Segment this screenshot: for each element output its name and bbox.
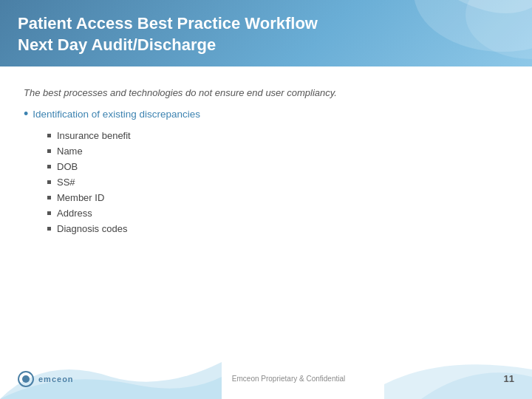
- main-bullet-text: Identification of existing discrepancies: [33, 109, 200, 120]
- sub-bullets-list: Insurance benefitNameDOBSS#Member IDAddr…: [47, 128, 508, 236]
- sub-bullet-text: Diagnosis codes: [57, 223, 127, 234]
- subtitle: The best processes and technologies do n…: [24, 87, 508, 98]
- sub-bullet-marker: [47, 180, 51, 184]
- list-item: Name: [47, 143, 508, 159]
- main-bullet: • Identification of existing discrepanci…: [24, 109, 508, 120]
- sub-bullet-marker: [47, 134, 51, 137]
- sub-bullet-text: SS#: [57, 177, 75, 188]
- list-item: Diagnosis codes: [47, 221, 508, 236]
- page-number: 11: [504, 373, 514, 384]
- header-bar: Patient Access Best Practice Workflow Ne…: [0, 0, 532, 66]
- sub-bullet-marker: [47, 196, 51, 200]
- sub-bullet-marker: [47, 149, 51, 153]
- footer-logo: emceon: [18, 371, 74, 387]
- logo-icon: [18, 371, 34, 387]
- sub-bullet-marker: [47, 165, 51, 168]
- sub-bullet-text: Member ID: [57, 192, 104, 203]
- footer: emceon Emceon Proprietary & Confidential…: [0, 358, 532, 399]
- sub-bullet-text: Name: [57, 146, 83, 157]
- sub-bullet-marker: [47, 227, 51, 231]
- sub-bullet-text: Address: [57, 208, 92, 219]
- list-item: Insurance benefit: [47, 128, 508, 143]
- content-area: The best processes and technologies do n…: [0, 74, 532, 355]
- list-item: Address: [47, 205, 508, 221]
- sub-bullet-text: Insurance benefit: [57, 130, 131, 141]
- sub-bullet-text: DOB: [57, 161, 78, 172]
- list-item: SS#: [47, 174, 508, 190]
- slide: Patient Access Best Practice Workflow Ne…: [0, 0, 532, 399]
- confidential-text: Emceon Proprietary & Confidential: [232, 375, 345, 383]
- list-item: DOB: [47, 159, 508, 174]
- bullet-dot: •: [24, 107, 28, 120]
- logo-text: emceon: [38, 375, 74, 383]
- list-item: Member ID: [47, 190, 508, 205]
- sub-bullet-marker: [47, 211, 51, 215]
